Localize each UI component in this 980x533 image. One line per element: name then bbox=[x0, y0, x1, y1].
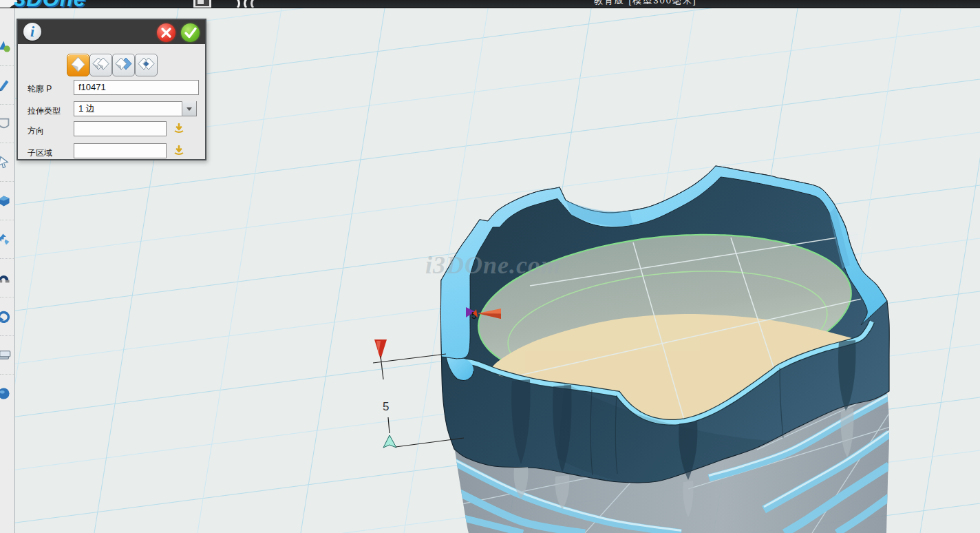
svg-text:5: 5 bbox=[383, 400, 389, 413]
svg-text:i3DOne.com: i3DOne.com bbox=[425, 251, 561, 279]
